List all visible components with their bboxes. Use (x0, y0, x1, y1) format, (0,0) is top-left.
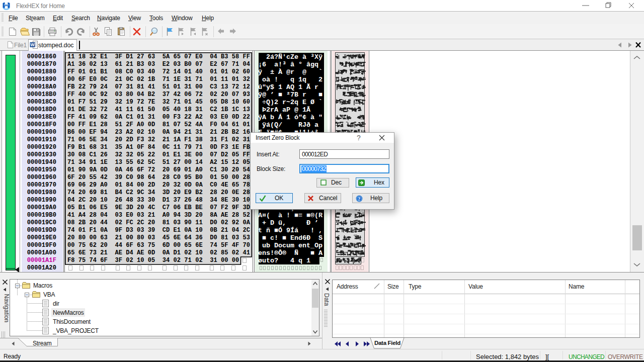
svg-text:?: ? (358, 196, 360, 201)
svg-text:W: W (30, 42, 35, 47)
